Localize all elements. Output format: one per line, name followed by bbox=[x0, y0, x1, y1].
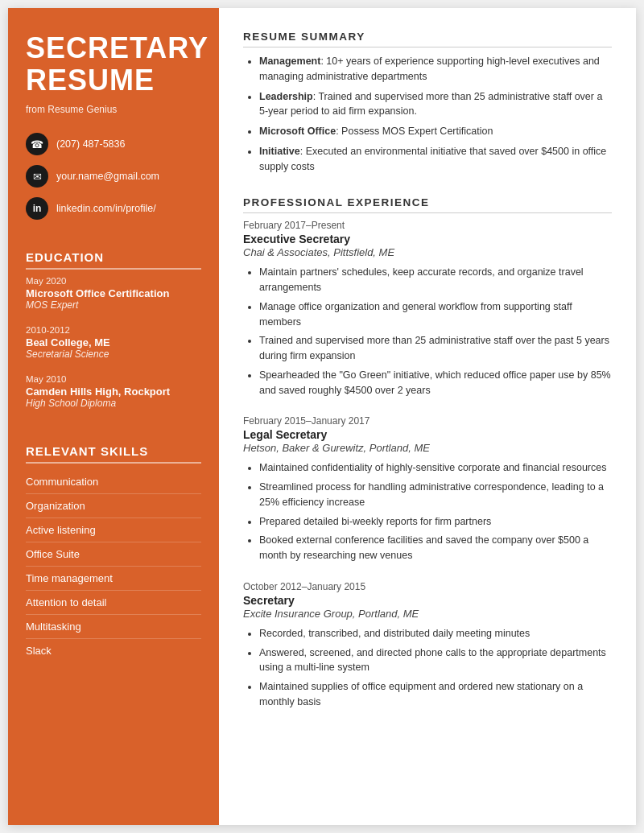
skill-slack: Slack bbox=[26, 639, 201, 662]
job-2-bullet-2: Streamlined process for handling adminis… bbox=[259, 480, 612, 510]
job-2-list: Maintained confidentiality of highly-sen… bbox=[243, 460, 612, 563]
linkedin-icon: in bbox=[26, 197, 48, 220]
job-1-bullet-2: Manage office organization and general w… bbox=[259, 299, 612, 330]
job-1-title: Executive Secretary bbox=[243, 233, 612, 245]
summary-text-4: : Executed an environmental initiative t… bbox=[259, 146, 606, 172]
skill-communication: Communication bbox=[26, 470, 201, 494]
summary-list: Management: 10+ years of experience supp… bbox=[243, 54, 612, 174]
summary-text-3: : Possess MOS Expert Certification bbox=[336, 126, 493, 137]
experience-section: PROFESSIONAL EXPERIENCE February 2017–Pr… bbox=[243, 196, 612, 727]
resume-container: SECRETARY RESUME from Resume Genius ☎ (2… bbox=[8, 8, 636, 825]
job-3-bullet-2: Answered, screened, and directed phone c… bbox=[259, 645, 612, 676]
job-3-company: Excite Insurance Group, Portland, ME bbox=[243, 608, 612, 620]
skill-organization: Organization bbox=[26, 494, 201, 518]
skill-time-management: Time management bbox=[26, 567, 201, 591]
sidebar: SECRETARY RESUME from Resume Genius ☎ (2… bbox=[8, 8, 219, 825]
summary-section: RESUME SUMMARY Management: 10+ years of … bbox=[243, 31, 612, 179]
edu-item-1: May 2020 Microsoft Office Certification … bbox=[26, 276, 201, 311]
skill-attention-to-detail: Attention to detail bbox=[26, 591, 201, 615]
job-1-bullet-4: Spearheaded the "Go Green" initiative, w… bbox=[259, 368, 612, 398]
resume-source: from Resume Genius bbox=[26, 104, 201, 115]
skill-active-listening: Active listening bbox=[26, 518, 201, 542]
job-2-bullet-4: Booked external conference facilities an… bbox=[259, 533, 612, 563]
skill-multitasking: Multitasking bbox=[26, 615, 201, 639]
edu-date-1: May 2020 bbox=[26, 276, 201, 286]
summary-title: RESUME SUMMARY bbox=[243, 31, 612, 47]
phone-contact: ☎ (207) 487-5836 bbox=[26, 133, 201, 155]
job-2-bullet-1: Maintained confidentiality of highly-sen… bbox=[259, 460, 612, 476]
education-list: May 2020 Microsoft Office Certification … bbox=[26, 276, 201, 423]
linkedin-url: linkedin.com/in/profile/ bbox=[56, 203, 156, 214]
edu-name-3: Camden Hills High, Rockport bbox=[26, 386, 201, 398]
resume-title: SECRETARY RESUME bbox=[26, 32, 201, 96]
email-contact: ✉ your.name@gmail.com bbox=[26, 165, 201, 188]
job-1-date: February 2017–Present bbox=[243, 220, 612, 231]
edu-item-2: 2010-2012 Beal College, ME Secretarial S… bbox=[26, 325, 201, 360]
experience-title: PROFESSIONAL EXPERIENCE bbox=[243, 196, 612, 213]
job-1: February 2017–Present Executive Secretar… bbox=[243, 220, 612, 398]
edu-item-3: May 2010 Camden Hills High, Rockport Hig… bbox=[26, 374, 201, 409]
edu-date-3: May 2010 bbox=[26, 374, 201, 384]
summary-bold-3: Microsoft Office bbox=[259, 126, 336, 137]
email-icon: ✉ bbox=[26, 165, 48, 188]
job-2-bullet-3: Prepared detailed bi-weekly reports for … bbox=[259, 514, 612, 530]
edu-date-2: 2010-2012 bbox=[26, 325, 201, 335]
job-1-bullet-1: Maintain partners' schedules, keep accur… bbox=[259, 265, 612, 295]
job-3-title: Secretary bbox=[243, 594, 612, 607]
job-2-company: Hetson, Baker & Gurewitz, Portland, ME bbox=[243, 442, 612, 454]
edu-detail-3: High School Diploma bbox=[26, 398, 201, 409]
edu-detail-2: Secretarial Science bbox=[26, 348, 201, 360]
edu-name-1: Microsoft Office Certification bbox=[26, 287, 201, 299]
summary-bold-1: Management bbox=[259, 56, 320, 67]
linkedin-contact: in linkedin.com/in/profile/ bbox=[26, 197, 201, 220]
edu-name-2: Beal College, ME bbox=[26, 336, 201, 348]
summary-item-4: Initiative: Executed an environmental in… bbox=[259, 144, 612, 175]
job-3: October 2012–January 2015 Secretary Exci… bbox=[243, 581, 612, 710]
summary-item-3: Microsoft Office: Possess MOS Expert Cer… bbox=[259, 124, 612, 139]
job-2-title: Legal Secretary bbox=[243, 428, 612, 441]
summary-item-2: Leadership: Trained and supervised more … bbox=[259, 89, 612, 120]
job-3-date: October 2012–January 2015 bbox=[243, 581, 612, 592]
main-content: RESUME SUMMARY Management: 10+ years of … bbox=[219, 8, 636, 825]
job-1-list: Maintain partners' schedules, keep accur… bbox=[243, 265, 612, 398]
job-2: February 2015–January 2017 Legal Secreta… bbox=[243, 415, 612, 563]
email-address: your.name@gmail.com bbox=[56, 171, 159, 182]
summary-item-1: Management: 10+ years of experience supp… bbox=[259, 54, 612, 85]
edu-detail-1: MOS Expert bbox=[26, 299, 201, 311]
phone-number: (207) 487-5836 bbox=[56, 138, 125, 150]
job-1-bullet-3: Trained and supervised more than 25 admi… bbox=[259, 333, 612, 364]
education-section-title: EDUCATION bbox=[26, 250, 201, 270]
job-3-list: Recorded, transcribed, and distributed d… bbox=[243, 626, 612, 710]
skill-office-suite: Office Suite bbox=[26, 542, 201, 567]
skills-section-title: RELEVANT SKILLS bbox=[26, 444, 201, 464]
job-1-company: Chai & Associates, Pittsfield, ME bbox=[243, 246, 612, 258]
job-3-bullet-1: Recorded, transcribed, and distributed d… bbox=[259, 626, 612, 641]
summary-bold-4: Initiative bbox=[259, 146, 300, 157]
skills-list: Communication Organization Active listen… bbox=[26, 470, 201, 662]
summary-bold-2: Leadership bbox=[259, 91, 313, 102]
job-2-date: February 2015–January 2017 bbox=[243, 415, 612, 427]
job-3-bullet-3: Maintained supplies of office equipment … bbox=[259, 679, 612, 710]
phone-icon: ☎ bbox=[26, 133, 48, 155]
